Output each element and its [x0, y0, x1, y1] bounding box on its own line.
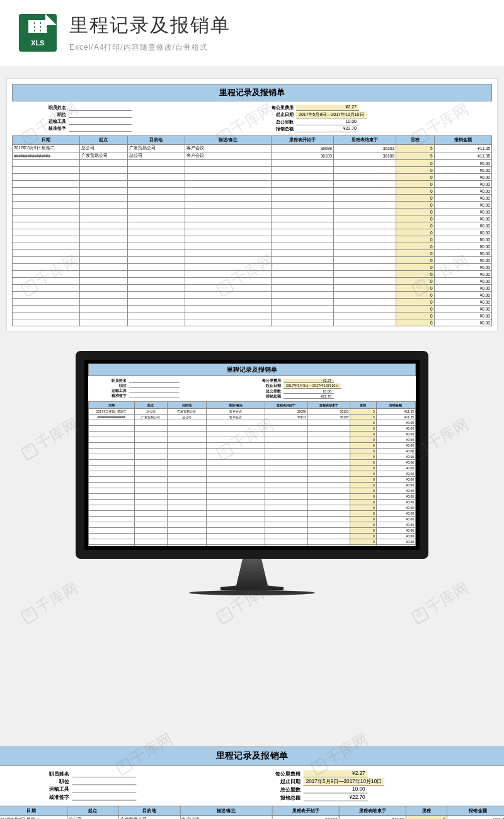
column-header: 日期	[89, 402, 135, 409]
monitor-mockup: 里程记录及报销单职员姓名职位运输工具核准签字每公里费用¥2.27起止日期2017…	[0, 351, 504, 595]
table-header-row: 日期起点目的地描述/备注里程表开始于里程表结束于里程报销金额	[89, 402, 416, 409]
column-header: 里程	[350, 402, 377, 409]
info-row: 运输工具	[21, 786, 252, 793]
column-header: 报销金额	[447, 806, 504, 815]
info-row: 总公里数10.00	[252, 119, 479, 125]
table-row: ################广发贸易公司总公司客户会议 3610336108…	[89, 415, 416, 420]
table-row: 0¥0.00	[13, 257, 492, 264]
table-row: 0¥0.00	[13, 292, 492, 299]
column-header: 起点	[79, 136, 127, 145]
table-header-row: 日期起点目的地描述/备注里程表开始于里程表结束于里程报销金额	[0, 806, 504, 815]
table-row: 0¥0.00	[89, 449, 416, 454]
table-row: 0¥0.00	[89, 500, 416, 505]
column-header: 里程表开始于	[271, 136, 333, 145]
table-row: 0¥0.00	[13, 188, 492, 195]
table-row: 0¥0.00	[13, 236, 492, 243]
table-row: 2017年5月9日 星期二总公司广发贸易公司客户会议 3609836103 5¥…	[0, 816, 504, 819]
info-row: 总公里数10.00	[252, 389, 406, 394]
sheet-title: 里程记录及报销单	[88, 364, 416, 376]
info-area: 职员姓名职位运输工具核准签字每公里费用¥2.27起止日期2017年5月9日—20…	[12, 101, 492, 135]
column-header: 起点	[67, 806, 118, 815]
column-header: 目的地	[118, 806, 180, 815]
info-row: 运输工具	[98, 389, 252, 393]
info-row: 职位	[21, 778, 252, 785]
data-table: 日期起点目的地描述/备注里程表开始于里程表结束于里程报销金额 2017年5月9日…	[12, 135, 492, 326]
info-row: 职员姓名	[25, 105, 252, 111]
table-row: 0¥0.00	[13, 209, 492, 215]
column-header: 目的地	[167, 402, 206, 409]
column-header: 报销金额	[376, 402, 415, 409]
column-header: 起点	[134, 402, 167, 409]
table-row: 2017年5月9日 星期二总公司广发贸易公司客户会议 3609836103 5¥…	[89, 409, 416, 415]
data-table: 日期起点目的地描述/备注里程表开始于里程表结束于里程报销金额 2017年5月9日…	[88, 401, 416, 546]
column-header: 描述/备注	[185, 136, 271, 145]
table-row: 0¥0.00	[13, 285, 492, 292]
table-row: 0¥0.00	[89, 517, 416, 522]
table-row: 0¥0.00	[89, 522, 416, 528]
table-row: 0¥0.00	[89, 460, 416, 466]
column-header: 里程表结束于	[340, 806, 406, 815]
table-row: 0¥0.00	[13, 319, 492, 326]
info-row: 起止日期2017年5月9日—2017年10月10日	[252, 112, 479, 118]
table-row: 0¥0.00	[89, 443, 416, 449]
table-row: 0¥0.00	[89, 539, 416, 545]
page-header: XLS 里程记录及报销单 Excel/A4打印/内容随意修改/自带格式	[0, 0, 504, 66]
table-row: 0¥0.00	[89, 534, 416, 539]
column-header: 日期	[13, 136, 80, 145]
column-header: 里程	[396, 136, 434, 145]
info-row: 报销总额¥22.70	[252, 394, 406, 399]
table-row: 0¥0.00	[89, 466, 416, 471]
monitor-base	[189, 590, 315, 595]
table-row: 0¥0.00	[89, 432, 416, 437]
column-header: 描述/备注	[180, 806, 273, 815]
table-row: 0¥0.00	[13, 278, 492, 285]
table-row: 0¥0.00	[89, 471, 416, 477]
table-row: 0¥0.00	[13, 250, 492, 257]
table-header-row: 日期起点目的地描述/备注里程表开始于里程表结束于里程报销金额	[13, 136, 492, 145]
info-row: 报销总额¥22.70	[252, 126, 479, 132]
page-title: 里程记录及报销单	[69, 13, 231, 38]
table-row: 0¥0.00	[89, 437, 416, 443]
table-row: 0¥0.00	[13, 299, 492, 306]
table-row: 0¥0.00	[89, 426, 416, 432]
info-row: 每公里费用¥2.27	[252, 105, 479, 111]
info-row: 职位	[98, 384, 252, 388]
column-header: 里程表开始于	[265, 402, 307, 409]
table-row: 0¥0.00	[13, 167, 492, 174]
info-row: 核准签字	[21, 793, 252, 800]
column-header: 里程	[406, 806, 447, 815]
info-row: 职员姓名	[21, 770, 252, 777]
table-row: 0¥0.00	[89, 488, 416, 494]
table-row: 0¥0.00	[89, 545, 416, 547]
table-row: 0¥0.00	[13, 271, 492, 278]
table-row: 0¥0.00	[13, 229, 492, 236]
info-row: 职员姓名	[98, 379, 252, 383]
monitor-screen: 里程记录及报销单职员姓名职位运输工具核准签字每公里费用¥2.27起止日期2017…	[76, 351, 428, 559]
table-row: 0¥0.00	[89, 511, 416, 517]
column-header: 目的地	[127, 136, 185, 145]
sheet-preview-cropped: 里程记录及报销单职员姓名职位运输工具核准签字每公里费用¥2.27起止日期2017…	[0, 747, 504, 819]
table-row: 0¥0.00	[89, 483, 416, 488]
info-area: 职员姓名职位运输工具核准签字每公里费用¥2.27起止日期2017年5月9日—20…	[88, 376, 416, 401]
info-row: 核准签字	[98, 394, 252, 398]
table-row: 0¥0.00	[89, 505, 416, 511]
info-row: 运输工具	[25, 118, 252, 125]
table-row: 0¥0.00	[89, 420, 416, 426]
column-header: 里程表开始于	[273, 806, 340, 815]
table-row: 0¥0.00	[13, 312, 492, 319]
sheet-preview-large: 里程记录及报销单职员姓名职位运输工具核准签字每公里费用¥2.27起止日期2017…	[6, 78, 498, 332]
column-header: 日期	[0, 806, 67, 815]
info-row: 起止日期2017年5月9日—2017年10月10日	[252, 384, 406, 389]
page-subtitle: Excel/A4打印/内容随意修改/自带格式	[69, 42, 231, 53]
table-row: 0¥0.00	[13, 243, 492, 250]
table-row: 0¥0.00	[13, 174, 492, 181]
sheet-title: 里程记录及报销单	[0, 747, 504, 766]
table-row: 0¥0.00	[13, 160, 492, 167]
info-row: 核准签字	[25, 125, 252, 132]
column-header: 描述/备注	[206, 402, 265, 409]
info-row: 起止日期2017年5月9日—2017年10月10日	[252, 778, 483, 786]
table-row: 0¥0.00	[13, 264, 492, 271]
column-header: 里程表结束于	[333, 136, 396, 145]
table-row: 0¥0.00	[13, 306, 492, 312]
column-header: 报销金额	[434, 136, 491, 145]
